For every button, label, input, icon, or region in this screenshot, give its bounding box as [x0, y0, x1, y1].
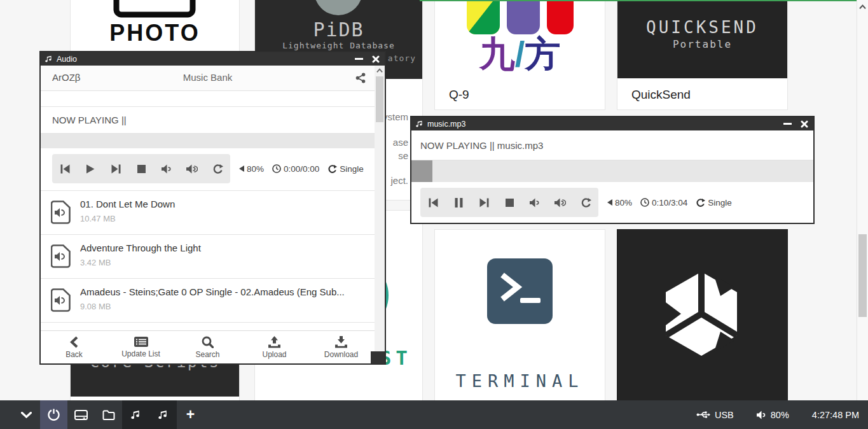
list-icon: [134, 336, 149, 348]
clock[interactable]: 4:27:48 PM: [812, 410, 859, 420]
player-window-title: music.mp3: [427, 120, 465, 129]
volume-status-value: 80%: [247, 164, 264, 174]
system-tray: USB 80% 4:27:48 PM: [696, 400, 859, 429]
skip-back-button[interactable]: [52, 154, 78, 183]
play-button[interactable]: [78, 154, 103, 183]
mode-status-value: Single: [708, 198, 732, 207]
player-now-playing-row: NOW PLAYING || music.mp3: [411, 130, 813, 160]
stop-button[interactable]: [128, 154, 154, 183]
audio-window: Audio ArOZβ Music Bank NOW PLAYING ||: [39, 51, 386, 365]
power-icon: [48, 409, 60, 421]
volume-down-button[interactable]: [522, 188, 548, 217]
volume-down-button[interactable]: [154, 154, 179, 183]
volume-low-icon: [607, 199, 612, 206]
upload-label: Upload: [262, 350, 286, 359]
resize-grip[interactable]: [371, 351, 385, 363]
pidb-desc-fragment: ystem: [383, 111, 408, 122]
repeat-button[interactable]: [573, 188, 598, 217]
audio-scrollbar-thumb[interactable]: [376, 76, 383, 122]
music-note-icon: [416, 120, 424, 128]
tray-volume-value: 80%: [771, 410, 789, 420]
search-icon: [202, 336, 214, 348]
music-note-icon: [131, 409, 141, 420]
repeat-icon: [696, 198, 705, 207]
audio-window-body: ArOZβ Music Bank NOW PLAYING ||: [41, 66, 385, 363]
quicksend-label: QuickSend: [631, 88, 691, 102]
audio-progress-bar[interactable]: [41, 134, 375, 148]
page-scrollbar[interactable]: [857, 0, 868, 400]
update-list-button[interactable]: Update List: [107, 331, 174, 363]
song-size: 10.47 MB: [80, 214, 116, 223]
power-button[interactable]: [40, 400, 67, 429]
minimize-button[interactable]: [783, 123, 792, 125]
app-card-terminal[interactable]: TERMINAL: [434, 229, 605, 402]
player-window: music.mp3 NOW PLAYING || music.mp3: [410, 116, 815, 224]
volume-tray-status[interactable]: 80%: [757, 410, 789, 420]
time-status: 0:10/3:04: [640, 198, 687, 207]
scroll-up-icon[interactable]: [859, 4, 866, 10]
q9-char1: 九: [479, 34, 515, 74]
volume-status-value: 80%: [615, 198, 632, 207]
app-card-unity[interactable]: [617, 229, 788, 402]
back-button[interactable]: Back: [41, 331, 107, 363]
mode-status: Single: [696, 198, 732, 207]
song-title: 01. Dont Let Me Down: [80, 199, 368, 209]
app-card-quicksend[interactable]: QUICKSEND Portable QuickSend: [617, 0, 788, 110]
close-button[interactable]: [801, 120, 808, 128]
volume-status: 80%: [239, 164, 264, 174]
player-progress-bar[interactable]: [411, 160, 813, 182]
audio-file-icon: [51, 244, 71, 271]
app-card-q9[interactable]: 九/方 Q-9: [434, 0, 605, 110]
pidb-desc-fragment: se: [398, 150, 408, 161]
player-now-playing-text: NOW PLAYING || music.mp3: [420, 140, 543, 151]
audio-window-titlebar[interactable]: Audio: [41, 52, 385, 66]
add-app-button[interactable]: +: [177, 400, 204, 429]
song-list-item[interactable]: 01. Dont Let Me Down 10.47 MB: [41, 191, 375, 235]
share-icon[interactable]: [355, 73, 366, 86]
hard-drive-icon: [74, 410, 88, 420]
song-list-item[interactable]: Amadeus - Steins;Gate 0 OP Single - 02.A…: [41, 279, 375, 323]
scroll-up-icon[interactable]: [376, 68, 383, 73]
skip-forward-button[interactable]: [103, 154, 128, 183]
audio-window-scrollbar[interactable]: [375, 66, 385, 363]
volume-status: 80%: [607, 198, 632, 207]
taskbar-player-window-button[interactable]: [149, 400, 177, 429]
upload-icon: [268, 336, 281, 348]
q9-square-yellowgreen: [467, 0, 500, 34]
player-window-titlebar[interactable]: music.mp3: [411, 117, 813, 130]
song-list-item[interactable]: Adventure Through the Light 3.42 MB: [41, 235, 375, 279]
song-size: 3.42 MB: [80, 258, 111, 267]
repeat-button[interactable]: [205, 154, 230, 183]
taskbar-audio-window-button[interactable]: [122, 400, 149, 429]
download-button[interactable]: Download: [308, 331, 375, 363]
camera-icon: [107, 0, 202, 18]
search-button[interactable]: Search: [174, 331, 241, 363]
download-label: Download: [324, 350, 358, 359]
pause-button[interactable]: [446, 188, 471, 217]
volume-up-button[interactable]: [179, 154, 205, 183]
folder-icon: [102, 410, 115, 420]
page-scrollbar-thumb[interactable]: [858, 234, 867, 317]
skip-back-button[interactable]: [420, 188, 446, 217]
download-icon: [334, 336, 348, 348]
hide-taskbar-button[interactable]: [13, 400, 40, 429]
player-buttons: [420, 188, 598, 217]
now-playing-text: NOW PLAYING ||: [52, 115, 127, 125]
upload-button[interactable]: Upload: [241, 331, 308, 363]
audio-window-title: Audio: [57, 55, 77, 64]
close-button[interactable]: [372, 55, 380, 63]
stop-button[interactable]: [497, 188, 522, 217]
usb-label: USB: [715, 410, 734, 420]
quicksend-tagline: Portable: [617, 38, 787, 50]
repeat-icon: [327, 164, 337, 174]
minimize-button[interactable]: [355, 58, 363, 60]
q9-glyphs: 九/方: [435, 31, 605, 79]
skip-forward-button[interactable]: [471, 188, 497, 217]
usb-status[interactable]: USB: [696, 410, 734, 420]
time-status-value: 0:00/0:00: [284, 164, 319, 174]
file-explorer-button[interactable]: [95, 400, 122, 429]
volume-up-button[interactable]: [548, 188, 573, 217]
storage-button[interactable]: [67, 400, 95, 429]
q9-label: Q-9: [449, 88, 469, 102]
audio-file-icon: [51, 200, 71, 227]
